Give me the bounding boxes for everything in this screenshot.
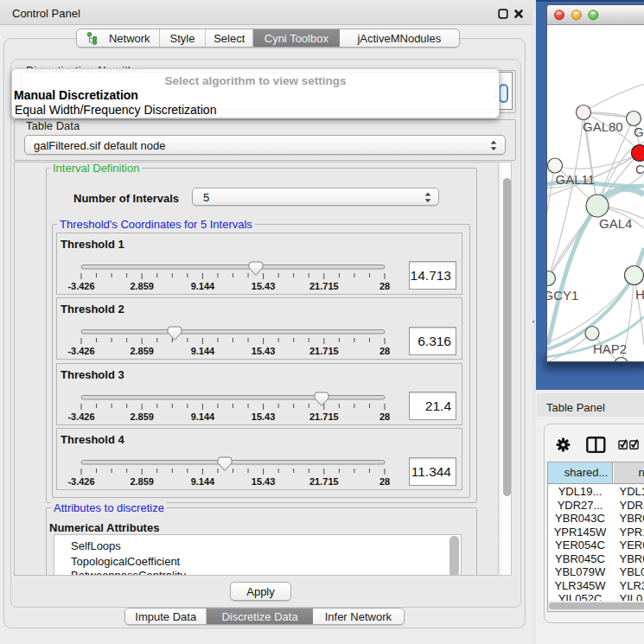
svg-text:GCY1: GCY1 [547,288,578,303]
svg-text:GAL80: GAL80 [583,119,623,134]
svg-text:HAP2: HAP2 [593,341,627,355]
svg-text:GAL4: GAL4 [599,215,632,230]
svg-text:H: H [635,286,644,301]
svg-text:C: C [635,162,644,176]
svg-text:GAL11: GAL11 [556,172,596,187]
svg-text:G.: G. [634,124,644,139]
